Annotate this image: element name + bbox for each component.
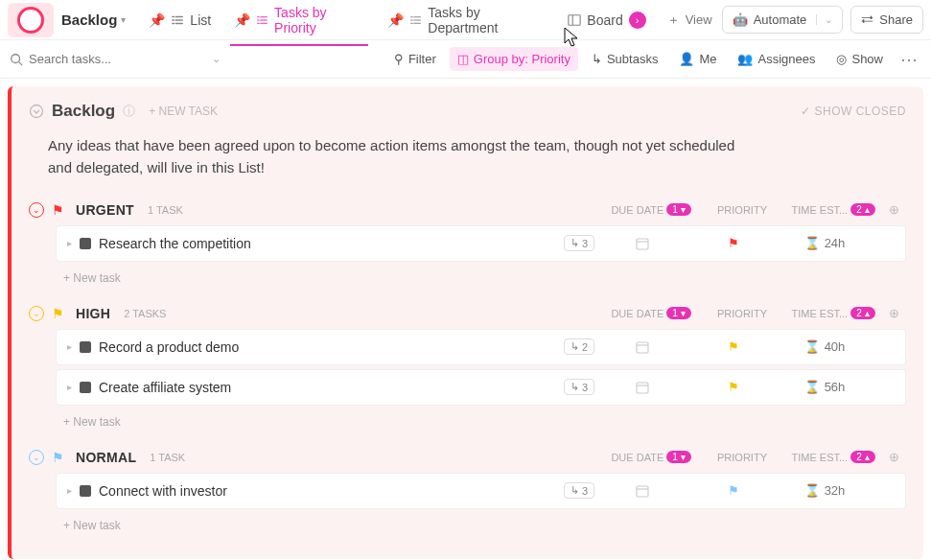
subtask-icon: ↳ bbox=[570, 237, 579, 249]
cell-priority[interactable]: ⚑ bbox=[690, 236, 777, 250]
sort-badge: 2 ▴ bbox=[850, 307, 874, 319]
expand-caret-icon[interactable]: ▸ bbox=[62, 382, 76, 392]
subtask-count-badge[interactable]: ↳3 bbox=[564, 379, 594, 395]
svg-point-4 bbox=[31, 105, 43, 118]
show-button[interactable]: ◎ Show bbox=[828, 47, 891, 71]
svg-rect-7 bbox=[637, 342, 648, 353]
col-time-est[interactable]: TIME EST... 2 ▴ bbox=[785, 307, 881, 319]
search-dropdown-icon[interactable]: ⌄ bbox=[212, 53, 221, 65]
col-due-date[interactable]: DUE DATE 1 ▾ bbox=[603, 451, 699, 463]
tab-label: Board bbox=[587, 12, 622, 28]
board-icon bbox=[568, 13, 581, 27]
automate-button[interactable]: 🤖 Automate ⌄ bbox=[722, 6, 844, 34]
task-row[interactable]: ▸Create affiliate system↳3⚑⌛56h bbox=[56, 369, 906, 406]
task-cells: ⚑⌛32h bbox=[594, 483, 897, 499]
cell-due-date[interactable] bbox=[594, 483, 690, 499]
group-icon: ◫ bbox=[457, 52, 469, 66]
flag-icon: ⚑ bbox=[728, 236, 739, 250]
search-icon bbox=[10, 53, 23, 66]
subtask-count-badge[interactable]: ↳3 bbox=[564, 482, 594, 499]
cell-priority[interactable]: ⚑ bbox=[690, 483, 777, 498]
cell-due-date[interactable] bbox=[594, 339, 690, 355]
add-column-button[interactable]: ⊕ bbox=[881, 306, 906, 320]
flag-icon: ⚑ bbox=[728, 483, 739, 498]
group-by-button[interactable]: ◫ Group by: Priority bbox=[450, 47, 578, 71]
svg-line-3 bbox=[19, 61, 23, 65]
new-task-button[interactable]: + New task bbox=[63, 268, 906, 289]
task-row[interactable]: ▸Record a product demo↳2⚑⌛40h bbox=[56, 329, 906, 365]
cell-due-date[interactable] bbox=[594, 380, 690, 395]
page-title[interactable]: Backlog bbox=[61, 12, 117, 28]
tab-list[interactable]: 📌 List bbox=[137, 3, 222, 37]
more-icon[interactable]: ⋯ bbox=[896, 49, 921, 70]
title-dropdown-icon[interactable]: ▾ bbox=[121, 14, 126, 25]
hourglass-icon: ⌛ bbox=[804, 483, 820, 498]
flag-icon: ⚑ bbox=[52, 306, 64, 321]
status-square-icon[interactable] bbox=[80, 341, 91, 353]
col-due-date[interactable]: DUE DATE 1 ▾ bbox=[603, 203, 699, 216]
new-task-button-top[interactable]: + NEW TASK bbox=[149, 105, 218, 118]
task-row[interactable]: ▸Research the competition↳3⚑⌛24h bbox=[56, 225, 906, 262]
task-row[interactable]: ▸Connect with investor↳3⚑⌛32h bbox=[56, 473, 906, 509]
view-tabs: 📌 List 📌 Tasks by Priority 📌 Tasks by De… bbox=[137, 0, 721, 45]
add-column-button[interactable]: ⊕ bbox=[881, 450, 906, 464]
logo-wrap[interactable] bbox=[8, 3, 54, 37]
group-count: 1 TASK bbox=[148, 204, 183, 216]
me-button[interactable]: 👤 Me bbox=[671, 47, 724, 71]
subtask-icon: ↳ bbox=[570, 484, 579, 497]
sort-badge: 1 ▾ bbox=[666, 451, 690, 463]
cell-time-est[interactable]: ⌛24h bbox=[777, 236, 873, 250]
cell-time-est[interactable]: ⌛56h bbox=[777, 380, 873, 394]
show-closed-label: SHOW CLOSED bbox=[814, 105, 906, 118]
show-closed-button[interactable]: ✓ SHOW CLOSED bbox=[801, 105, 906, 118]
panel-title: Backlog bbox=[52, 102, 115, 121]
cell-priority[interactable]: ⚑ bbox=[690, 339, 777, 354]
subtask-count-badge[interactable]: ↳3 bbox=[564, 235, 594, 251]
col-priority[interactable]: PRIORITY bbox=[699, 204, 785, 216]
search-input[interactable] bbox=[29, 52, 173, 66]
expand-caret-icon[interactable]: ▸ bbox=[62, 485, 76, 496]
new-task-button[interactable]: + New task bbox=[63, 411, 906, 432]
sort-badge: 1 ▾ bbox=[666, 203, 690, 216]
collapse-toggle[interactable]: ⌄ bbox=[29, 202, 44, 218]
new-task-button[interactable]: + New task bbox=[63, 515, 906, 536]
info-icon[interactable]: ⓘ bbox=[123, 103, 135, 120]
subtasks-button[interactable]: ↳ Subtasks bbox=[584, 47, 665, 71]
col-time-est[interactable]: TIME EST... 2 ▴ bbox=[785, 451, 881, 463]
add-column-button[interactable]: ⊕ bbox=[881, 202, 906, 217]
collapse-toggle[interactable]: ⌄ bbox=[29, 306, 44, 321]
subtask-count-badge[interactable]: ↳2 bbox=[564, 338, 594, 355]
sort-badge: 2 ▴ bbox=[850, 203, 874, 216]
group-name: NORMAL bbox=[76, 450, 136, 465]
col-due-date[interactable]: DUE DATE 1 ▾ bbox=[603, 307, 699, 319]
status-square-icon[interactable] bbox=[80, 238, 91, 249]
collapse-toggle[interactable]: ⌄ bbox=[29, 450, 44, 465]
group-name: HIGH bbox=[76, 306, 110, 321]
expand-caret-icon[interactable]: ▸ bbox=[62, 238, 76, 248]
svg-rect-11 bbox=[637, 486, 648, 497]
person-icon: 👤 bbox=[679, 52, 694, 66]
task-title: Connect with investor bbox=[99, 483, 556, 499]
collapse-icon[interactable] bbox=[29, 104, 44, 119]
task-title: Research the competition bbox=[99, 236, 556, 251]
tab-tasks-by-priority[interactable]: 📌 Tasks by Priority bbox=[222, 0, 376, 45]
tab-tasks-by-department[interactable]: 📌 Tasks by Department bbox=[376, 0, 556, 45]
time-value: 56h bbox=[825, 380, 846, 394]
cell-time-est[interactable]: ⌛40h bbox=[777, 339, 873, 354]
cell-due-date[interactable] bbox=[594, 236, 690, 251]
status-square-icon[interactable] bbox=[80, 485, 91, 497]
expand-caret-icon[interactable]: ▸ bbox=[62, 341, 76, 352]
col-priority[interactable]: PRIORITY bbox=[699, 308, 785, 319]
search-wrap: ⌄ bbox=[10, 52, 230, 66]
show-label: Show bbox=[851, 52, 883, 66]
share-button[interactable]: ⮂ Share bbox=[850, 6, 923, 34]
tab-board[interactable]: Board › bbox=[556, 2, 657, 38]
filter-button[interactable]: ⚲ Filter bbox=[386, 47, 444, 71]
status-square-icon[interactable] bbox=[80, 382, 91, 393]
add-view-button[interactable]: ＋ View bbox=[658, 4, 722, 36]
col-priority[interactable]: PRIORITY bbox=[699, 452, 785, 463]
col-time-est[interactable]: TIME EST... 2 ▴ bbox=[785, 203, 881, 216]
cell-time-est[interactable]: ⌛32h bbox=[777, 483, 873, 498]
assignees-button[interactable]: 👥 Assignees bbox=[730, 47, 823, 71]
cell-priority[interactable]: ⚑ bbox=[690, 380, 777, 394]
